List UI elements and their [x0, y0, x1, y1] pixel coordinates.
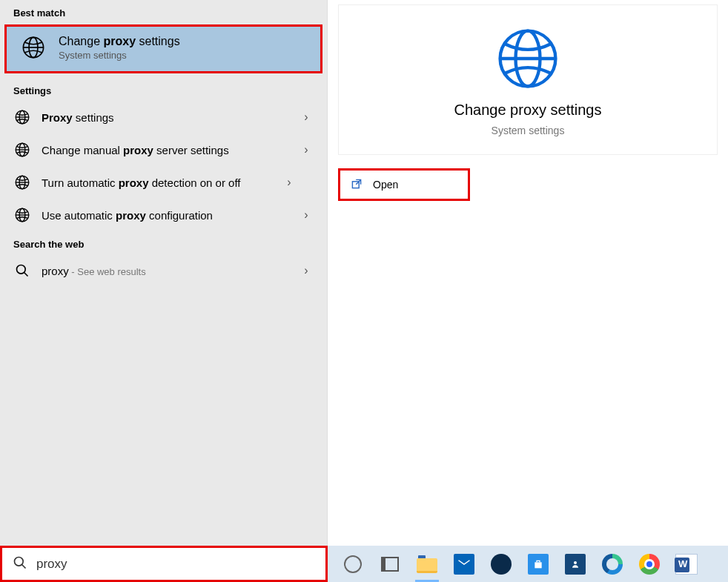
- taskbar-word-icon[interactable]: [669, 546, 704, 582]
- text-term: proxy: [42, 265, 69, 277]
- text-pre: Use automatic: [42, 209, 116, 222]
- taskbar-chrome-icon[interactable]: [632, 546, 667, 582]
- chevron-right-icon[interactable]: ›: [299, 264, 314, 277]
- text-post: server settings: [153, 144, 229, 156]
- search-icon: [13, 262, 31, 280]
- results-pane: Best match Change proxy settings S: [0, 0, 328, 546]
- globe-icon: [13, 141, 31, 159]
- taskbar-cortana-icon[interactable]: [335, 546, 371, 582]
- bottom-bar: [0, 546, 728, 582]
- search-input[interactable]: [36, 557, 315, 572]
- settings-item-label: Use automatic proxy configuration: [42, 209, 288, 222]
- text-pre: Change: [59, 35, 104, 47]
- web-result-label: proxy - See web results: [42, 265, 288, 277]
- taskbar-store-icon[interactable]: [520, 546, 556, 582]
- section-header-best-match: Best match: [0, 0, 327, 23]
- text-post: detection on or off: [149, 176, 241, 189]
- svg-rect-24: [535, 562, 541, 568]
- taskbar-taskview-icon[interactable]: [372, 546, 408, 582]
- svg-line-16: [24, 273, 28, 277]
- settings-item-proxy-settings[interactable]: Proxy settings ›: [0, 101, 327, 133]
- detail-title: Change proxy settings: [454, 102, 601, 119]
- best-match-texts: Change proxy settings System settings: [59, 35, 180, 61]
- text-bold: Proxy: [42, 111, 73, 124]
- window-root: Best match Change proxy settings S: [0, 0, 728, 582]
- settings-item-label: Turn automatic proxy detection on or off: [42, 176, 271, 189]
- open-button-label: Open: [373, 179, 398, 191]
- taskbar-dell-icon[interactable]: [483, 546, 519, 582]
- web-result-item[interactable]: proxy - See web results ›: [0, 254, 327, 287]
- chevron-right-icon[interactable]: ›: [299, 143, 314, 156]
- best-match-item[interactable]: Change proxy settings System settings: [4, 24, 322, 73]
- chevron-right-icon[interactable]: ›: [282, 176, 297, 189]
- chevron-right-icon[interactable]: ›: [299, 110, 314, 124]
- globe-icon: [13, 206, 31, 224]
- text-bold: proxy: [104, 35, 136, 47]
- taskbar-people-icon[interactable]: [557, 546, 593, 582]
- globe-icon: [13, 108, 31, 126]
- detail-pane: Change proxy settings System settings Op…: [328, 0, 728, 546]
- svg-line-21: [356, 179, 360, 184]
- text-post: settings: [136, 35, 180, 47]
- text-bold: proxy: [123, 144, 153, 156]
- chevron-right-icon[interactable]: ›: [299, 208, 314, 222]
- text-post: settings: [73, 111, 114, 124]
- open-button[interactable]: Open: [338, 168, 470, 201]
- best-match-title: Change proxy settings: [59, 35, 180, 48]
- settings-item-auto-config[interactable]: Use automatic proxy configuration ›: [0, 199, 327, 231]
- settings-item-manual-proxy[interactable]: Change manual proxy server settings ›: [0, 133, 327, 166]
- globe-icon: [20, 34, 47, 61]
- detail-subtitle: System settings: [492, 125, 565, 136]
- best-match-subtitle: System settings: [59, 50, 180, 61]
- taskbar-file-explorer-icon[interactable]: [409, 546, 445, 582]
- svg-point-15: [17, 265, 26, 274]
- taskbar-mail-icon[interactable]: [446, 546, 482, 582]
- search-icon: [13, 555, 27, 573]
- detail-card: Change proxy settings System settings: [338, 4, 718, 155]
- text-suffix: - See web results: [69, 266, 146, 277]
- settings-item-label: Proxy settings: [42, 111, 288, 124]
- main-area: Best match Change proxy settings S: [0, 0, 728, 546]
- settings-item-label: Change manual proxy server settings: [42, 144, 288, 156]
- taskbar-edge-icon[interactable]: [595, 546, 630, 582]
- text-bold: proxy: [119, 176, 149, 189]
- globe-icon: [13, 173, 31, 191]
- svg-point-22: [15, 557, 24, 566]
- globe-icon: [495, 26, 560, 91]
- svg-point-25: [574, 561, 577, 564]
- section-header-web: Search the web: [0, 231, 327, 254]
- settings-item-auto-detection[interactable]: Turn automatic proxy detection on or off…: [0, 166, 327, 199]
- text-post: configuration: [146, 209, 213, 222]
- svg-line-23: [22, 564, 26, 568]
- open-external-icon: [351, 178, 363, 192]
- text-pre: Turn automatic: [42, 176, 119, 189]
- section-header-settings: Settings: [0, 78, 327, 101]
- taskbar: [328, 546, 728, 582]
- text-bold: proxy: [116, 209, 146, 222]
- search-bar[interactable]: [0, 546, 328, 582]
- text-pre: Change manual: [42, 144, 123, 156]
